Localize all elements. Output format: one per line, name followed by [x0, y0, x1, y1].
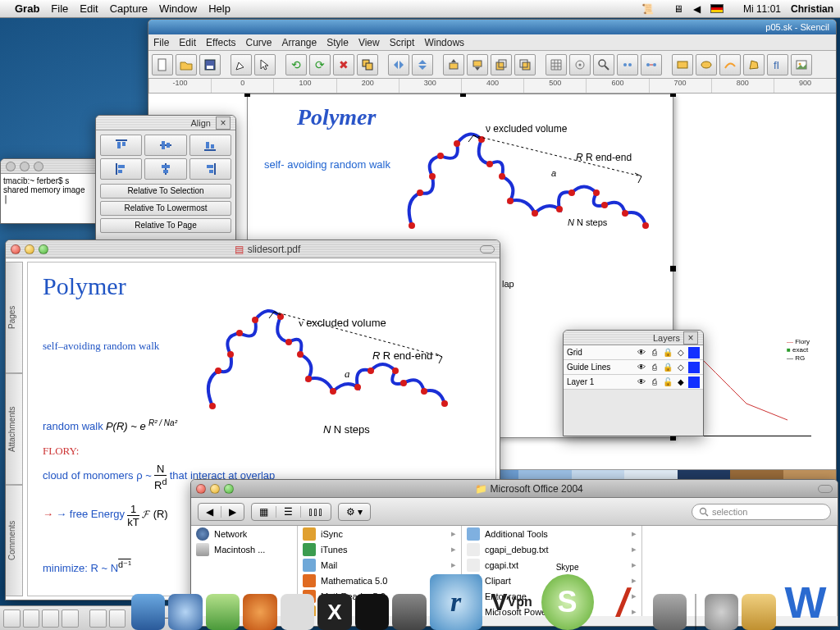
- safari-icon[interactable]: [168, 594, 202, 630]
- minimize-icon[interactable]: [210, 484, 220, 494]
- outline-icon[interactable]: ◇: [675, 362, 686, 372]
- list-item[interactable]: iSync▸: [298, 526, 461, 541]
- finder-icon[interactable]: [131, 594, 165, 630]
- align-vcenter-icon[interactable]: [144, 135, 186, 156]
- app-icon[interactable]: [653, 594, 687, 630]
- word-icon[interactable]: W: [779, 574, 832, 630]
- new-icon[interactable]: [152, 54, 173, 75]
- zoom-icon[interactable]: [593, 54, 614, 75]
- menu-edit[interactable]: Edit: [80, 2, 98, 15]
- rect-icon[interactable]: [672, 54, 693, 75]
- to-front-icon[interactable]: [491, 54, 512, 75]
- select-icon[interactable]: [254, 54, 276, 75]
- sk-menu-curve[interactable]: Curve: [246, 37, 272, 48]
- align-top-icon[interactable]: [100, 135, 142, 156]
- list-item[interactable]: cgapi_debug.txt▸: [462, 541, 641, 557]
- display-icon[interactable]: 🖥: [673, 3, 683, 15]
- toolbar-pill-icon[interactable]: [480, 245, 495, 253]
- lock-icon[interactable]: 🔓: [662, 377, 673, 387]
- sk-menu-edit[interactable]: Edit: [179, 37, 196, 48]
- minimize-icon[interactable]: [25, 244, 34, 254]
- sk-menu-file[interactable]: File: [153, 37, 169, 48]
- node-icon[interactable]: [23, 609, 40, 628]
- search-field[interactable]: selection: [692, 504, 831, 520]
- lower-icon[interactable]: [467, 54, 488, 75]
- office-icon[interactable]: /: [591, 574, 655, 630]
- layer-row[interactable]: Guide Lines 👁⎙🔒◇: [564, 360, 703, 375]
- scripts-icon[interactable]: 📜: [641, 3, 654, 15]
- pdf-titlebar[interactable]: ▤slidesort.pdf: [6, 240, 500, 258]
- polygon-icon[interactable]: [743, 54, 765, 75]
- align-titlebar[interactable]: Align×: [96, 116, 235, 130]
- eye-icon[interactable]: 👁: [636, 377, 646, 387]
- redo-icon[interactable]: ⟳: [309, 54, 331, 75]
- text-icon[interactable]: fI: [767, 54, 788, 75]
- ungroup-icon[interactable]: [641, 54, 662, 75]
- vpn-icon[interactable]: VVpn: [486, 574, 538, 630]
- realplayer-icon[interactable]: r: [430, 574, 482, 630]
- rel-page-button[interactable]: Relative To Page: [100, 218, 231, 233]
- snap-icon[interactable]: [569, 54, 591, 75]
- firefox-icon[interactable]: [243, 594, 276, 630]
- view-buttons[interactable]: ▦☰⫿⫿⫿: [251, 503, 331, 521]
- delete-icon[interactable]: ✖: [333, 54, 354, 75]
- folder-icon[interactable]: [742, 594, 775, 630]
- skencil-titlebar[interactable]: p05.sk - Skencil: [148, 20, 836, 34]
- flip-v-icon[interactable]: [412, 54, 433, 75]
- eye-icon[interactable]: 👁: [636, 347, 646, 358]
- apple-app-icon[interactable]: [281, 594, 314, 630]
- hand-icon[interactable]: [62, 609, 79, 628]
- menu-help[interactable]: Help: [208, 2, 231, 15]
- close-icon[interactable]: [11, 244, 21, 254]
- print-icon[interactable]: ⎙: [649, 347, 660, 358]
- sk-menu-arrange[interactable]: Arrange: [282, 37, 317, 48]
- group-icon[interactable]: [617, 54, 638, 75]
- align-right-icon[interactable]: [189, 158, 231, 180]
- align-hcenter-icon[interactable]: [144, 158, 186, 180]
- terminal-icon[interactable]: [355, 594, 389, 630]
- print-icon[interactable]: ⎙: [649, 362, 660, 372]
- lock-icon[interactable]: 🔒: [662, 347, 673, 358]
- outline-icon[interactable]: ◆: [675, 377, 686, 387]
- zoom-icon[interactable]: [224, 484, 234, 494]
- outline-icon[interactable]: ◇: [675, 347, 686, 358]
- ellipse-icon[interactable]: [696, 54, 717, 75]
- sk-menu-windows[interactable]: Windows: [424, 37, 464, 48]
- user-name[interactable]: Christian: [791, 3, 833, 15]
- list-item[interactable]: iTunes▸: [298, 541, 461, 557]
- sk-menu-script[interactable]: Script: [390, 37, 415, 48]
- menubar-app[interactable]: Grab: [15, 2, 39, 15]
- line-icon[interactable]: [719, 54, 741, 75]
- finder-titlebar[interactable]: 📁 Microsoft Office 2004: [191, 480, 838, 498]
- nav-buttons[interactable]: ◀▶: [198, 503, 244, 521]
- align-bottom-icon[interactable]: [189, 135, 231, 156]
- edit-mode-icon[interactable]: [231, 54, 252, 75]
- dashboard-icon[interactable]: [705, 594, 738, 630]
- flip-h-icon[interactable]: [388, 54, 409, 75]
- tab-attachments[interactable]: Attachments: [5, 373, 23, 485]
- align-left-icon[interactable]: [100, 158, 142, 180]
- tab-pages[interactable]: Pages: [5, 262, 23, 373]
- color-swatch[interactable]: [688, 362, 700, 373]
- rel-lowermost-button[interactable]: Relative To Lowermost: [100, 201, 231, 216]
- itunes-icon[interactable]: [206, 594, 240, 630]
- tab-comments[interactable]: Comments: [5, 485, 23, 596]
- layer-row[interactable]: Grid 👁⎙🔒◇: [564, 345, 703, 360]
- menu-file[interactable]: File: [51, 2, 68, 15]
- sk-menu-effects[interactable]: Effects: [206, 37, 235, 48]
- zoom-icon[interactable]: [39, 244, 48, 254]
- duplicate-icon[interactable]: [357, 54, 378, 75]
- volume-icon[interactable]: ◀: [693, 3, 701, 15]
- raise-icon[interactable]: [443, 54, 464, 75]
- menu-window[interactable]: Window: [159, 2, 197, 15]
- open-icon[interactable]: [176, 54, 197, 75]
- rotate-icon[interactable]: [42, 609, 59, 628]
- pointer-icon[interactable]: [3, 609, 21, 628]
- clock[interactable]: Mi 11:01: [743, 3, 781, 15]
- layer-row[interactable]: Layer 1 👁⎙🔓◆: [564, 375, 703, 390]
- close-icon[interactable]: ×: [216, 116, 231, 130]
- flag-icon[interactable]: [710, 4, 724, 13]
- sk-menu-style[interactable]: Style: [326, 37, 349, 48]
- grid-icon[interactable]: [546, 54, 567, 75]
- menu-capture[interactable]: Capture: [110, 2, 148, 15]
